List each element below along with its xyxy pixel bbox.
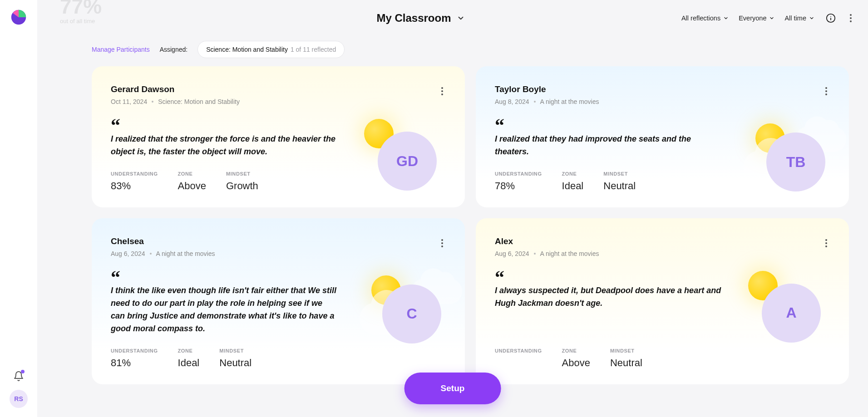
reflection-activity: A night at the movies: [156, 250, 215, 257]
reflection-date: Aug 6, 2024: [111, 250, 145, 257]
chevron-down-icon: [809, 15, 814, 21]
assigned-chip[interactable]: Science: Motion and Stability 1 of 11 re…: [197, 41, 345, 58]
reflection-card[interactable]: Taylor Boyle Aug 8, 2024 A night at the …: [476, 66, 849, 207]
dot-icon: [152, 101, 153, 103]
reflection-date: Oct 11, 2024: [111, 98, 147, 105]
metric-label-understanding: UNDERSTANDING: [111, 348, 158, 353]
metric-value-understanding: 81%: [111, 357, 158, 369]
metrics-row: UNDERSTANDING ZONE Above MINDSET Neutral: [495, 344, 830, 369]
quote-icon: “: [495, 274, 723, 281]
self-avatar[interactable]: RS: [10, 390, 28, 408]
filter-everyone[interactable]: Everyone: [739, 15, 774, 22]
metric-value-mindset: Neutral: [219, 357, 252, 369]
summary-caption: out of all time: [60, 18, 160, 25]
student-avatar: C: [382, 285, 441, 343]
metric-value-mindset: Growth: [226, 180, 258, 192]
student-avatar: GD: [378, 132, 437, 191]
metric-value-mindset: Neutral: [610, 357, 642, 369]
metric-value-zone: Above: [178, 180, 206, 192]
metrics-row: UNDERSTANDING 81% ZONE Ideal MINDSET Neu…: [111, 344, 446, 369]
app-logo[interactable]: [10, 9, 27, 25]
dot-icon: [534, 253, 536, 255]
reflection-quote: I realized that they had improved the se…: [495, 133, 723, 158]
quote-icon: “: [111, 122, 339, 129]
quote-icon: “: [111, 274, 339, 281]
reflection-quote: I think the like even though life isn't …: [111, 285, 339, 335]
metric-label-zone: ZONE: [178, 171, 206, 177]
metric-label-zone: ZONE: [178, 348, 200, 353]
card-more-button[interactable]: [439, 84, 446, 98]
dot-icon: [150, 253, 152, 255]
notifications-icon[interactable]: [13, 371, 24, 382]
metric-label-understanding: UNDERSTANDING: [495, 171, 542, 177]
weather-scene-icon: C: [360, 271, 465, 353]
metric-value-zone: Above: [562, 357, 590, 369]
student-avatar: A: [762, 284, 821, 343]
toolbar: Manage Participants Assigned: Science: M…: [37, 36, 868, 66]
reflection-card[interactable]: Chelsea Aug 6, 2024 A night at the movie…: [92, 218, 465, 384]
filter-reflections[interactable]: All reflections: [681, 15, 729, 22]
student-name: Chelsea: [111, 236, 215, 246]
summary-percent: 77%: [60, 0, 160, 15]
student-name: Alex: [495, 236, 599, 246]
header-summary: 77% out of all time: [60, 12, 160, 25]
student-name: Gerard Dawson: [111, 84, 240, 94]
reflection-activity: Science: Motion and Stability: [158, 98, 240, 105]
metric-label-mindset: MINDSET: [226, 171, 258, 177]
metric-value-zone: Ideal: [178, 357, 200, 369]
filter-time-label: All time: [784, 15, 806, 22]
metric-value-understanding: 78%: [495, 180, 542, 192]
card-more-button[interactable]: [439, 236, 446, 250]
reflection-grid: Gerard Dawson Oct 11, 2024 Science: Moti…: [37, 66, 868, 417]
card-more-button[interactable]: [823, 236, 830, 250]
assigned-label: Assigned:: [160, 46, 187, 53]
metric-label-understanding: UNDERSTANDING: [495, 348, 542, 353]
notification-dot-icon: [21, 370, 25, 373]
dot-icon: [534, 101, 536, 103]
chevron-down-icon: [769, 15, 774, 21]
student-name: Taylor Boyle: [495, 84, 599, 94]
metric-value-understanding: 83%: [111, 180, 158, 192]
reflection-quote: I always suspected it, but Deadpool does…: [495, 285, 723, 310]
assigned-chip-sub: 1 of 11 reflected: [291, 46, 336, 53]
info-button[interactable]: [824, 12, 837, 25]
filter-reflections-label: All reflections: [681, 15, 720, 22]
reflection-card[interactable]: Alex Aug 6, 2024 A night at the movies “…: [476, 218, 849, 384]
filter-time[interactable]: All time: [784, 15, 814, 22]
metric-label-mindset: MINDSET: [610, 348, 642, 353]
header-more-button[interactable]: [847, 11, 854, 25]
metric-value-mindset: Neutral: [603, 180, 636, 192]
metric-label-mindset: MINDSET: [603, 171, 636, 177]
student-avatar: TB: [766, 132, 825, 191]
filter-everyone-label: Everyone: [739, 15, 766, 22]
metric-label-zone: ZONE: [562, 171, 584, 177]
metric-value-zone: Ideal: [562, 180, 584, 192]
assigned-chip-title: Science: Motion and Stability: [206, 46, 288, 53]
manage-participants-link[interactable]: Manage Participants: [92, 46, 150, 53]
setup-button[interactable]: Setup: [404, 373, 501, 404]
sidebar: RS: [0, 0, 37, 417]
reflection-card[interactable]: Gerard Dawson Oct 11, 2024 Science: Moti…: [92, 66, 465, 207]
reflection-quote: I realized that the stronger the force i…: [111, 133, 339, 158]
page-title: My Classroom: [376, 12, 451, 25]
reflection-date: Aug 6, 2024: [495, 250, 529, 257]
weather-scene-icon: A: [744, 271, 849, 353]
header: 77% out of all time My Classroom All ref…: [37, 0, 868, 36]
metric-label-zone: ZONE: [562, 348, 590, 353]
metric-label-understanding: UNDERSTANDING: [111, 171, 158, 177]
metric-label-mindset: MINDSET: [219, 348, 252, 353]
logo-icon: [10, 9, 27, 25]
chevron-down-icon: [723, 15, 729, 21]
reflection-activity: A night at the movies: [540, 250, 599, 257]
main: 77% out of all time My Classroom All ref…: [37, 0, 868, 417]
card-more-button[interactable]: [823, 84, 830, 98]
reflection-activity: A night at the movies: [540, 98, 599, 105]
quote-icon: “: [495, 122, 723, 129]
reflection-date: Aug 8, 2024: [495, 98, 529, 105]
info-icon: [826, 13, 836, 23]
classroom-chevron-down-icon[interactable]: [457, 14, 465, 22]
